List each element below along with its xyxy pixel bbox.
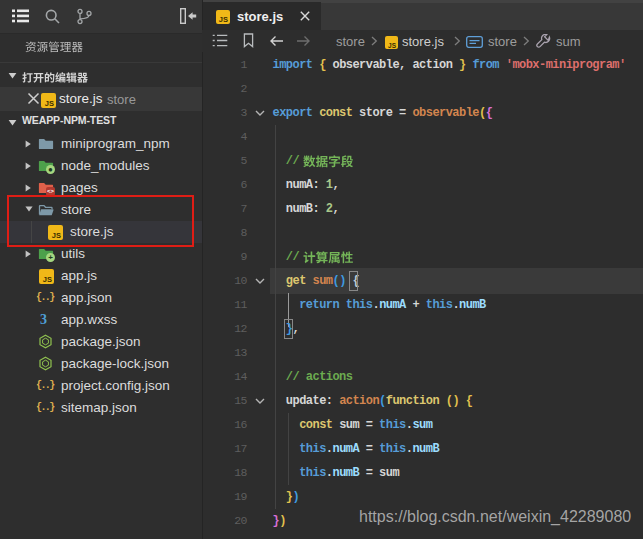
svg-text:3: 3 (40, 312, 47, 326)
